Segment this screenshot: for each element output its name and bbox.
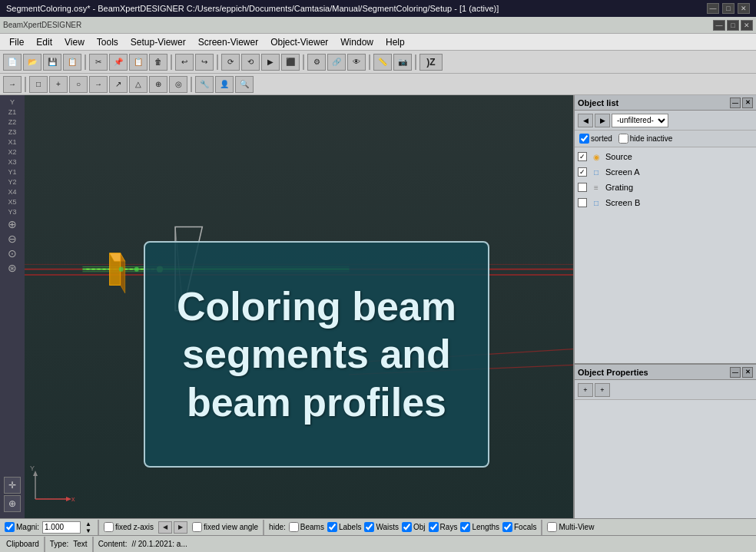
panel-min-btn[interactable]: —	[730, 98, 741, 108]
lengths-checkbox[interactable]	[460, 522, 470, 532]
menu-view[interactable]: View	[58, 35, 91, 49]
new-button[interactable]: 📄	[3, 54, 22, 71]
view-btn2[interactable]: ▶	[174, 521, 187, 534]
open-button[interactable]: 📂	[23, 54, 41, 71]
cut-button[interactable]: ✂	[89, 54, 108, 71]
sorted-checkbox-item[interactable]: sorted	[579, 134, 612, 144]
nav-arrows-icon[interactable]: ⊕	[4, 495, 21, 512]
settings-button[interactable]: ⚙	[307, 54, 326, 71]
minimize-button[interactable]: —	[707, 3, 719, 14]
zoom-in-icon[interactable]: ⊕	[8, 218, 17, 230]
fixed-view-checkbox[interactable]	[192, 522, 202, 532]
obj-props-add-btn[interactable]: +	[578, 383, 593, 397]
magni-down-btn[interactable]: ▼	[85, 527, 91, 534]
save-alt-button[interactable]: 📋	[63, 54, 81, 71]
zoom-reset-icon[interactable]: ⊛	[8, 262, 17, 274]
menu-window[interactable]: Window	[334, 35, 380, 49]
fixed-z-checkbox-item[interactable]: fixed z-axis	[104, 522, 154, 532]
search-button[interactable]: 🔍	[235, 76, 254, 93]
waists-checkbox[interactable]	[364, 522, 374, 532]
rotate2-button[interactable]: ⟲	[241, 54, 260, 71]
rotate-button[interactable]: ⟳	[221, 54, 240, 71]
menu-screen-viewer[interactable]: Screen-Viewer	[192, 35, 264, 49]
person-button[interactable]: 👤	[215, 76, 234, 93]
obj-item-screen-b[interactable]: □ Screen B	[575, 195, 756, 210]
canvas-area[interactable]: x Y Coloring beam segments and beam prof…	[25, 95, 573, 518]
copy-button[interactable]: 📌	[109, 54, 128, 71]
play-button[interactable]: ▶	[261, 54, 280, 71]
multiview-checkbox-item[interactable]: Multi-View	[547, 522, 594, 532]
obj-props-close-btn[interactable]: ✕	[742, 367, 753, 378]
obj-forward-btn[interactable]: ▶	[595, 114, 610, 127]
wrench-button[interactable]: 🔧	[195, 76, 214, 93]
labels-checkbox-item[interactable]: Labels	[327, 522, 361, 532]
beams-checkbox-item[interactable]: Beams	[289, 522, 324, 532]
fixed-view-checkbox-item[interactable]: fixed view angle	[192, 522, 258, 532]
eye-button[interactable]: 👁	[347, 54, 366, 71]
panel-close-btn[interactable]: ✕	[742, 98, 753, 108]
rays-checkbox[interactable]	[429, 522, 439, 532]
mdi-maximize[interactable]: □	[727, 20, 739, 31]
rays-checkbox-item[interactable]: Rays	[429, 522, 458, 532]
mdi-close[interactable]: ✕	[741, 20, 753, 31]
arrow-button[interactable]: →	[3, 76, 22, 93]
sorted-checkbox[interactable]	[579, 134, 589, 144]
redo-button[interactable]: ↪	[195, 54, 214, 71]
obj-item-screen-a[interactable]: ✓ □ Screen A	[575, 164, 756, 180]
obj-back-btn[interactable]: ◀	[578, 114, 593, 127]
menu-tools[interactable]: Tools	[91, 35, 124, 49]
chain-button[interactable]: 🔗	[327, 54, 346, 71]
view-btn1[interactable]: ◀	[158, 521, 172, 534]
obj-item-source[interactable]: ✓ ◉ Source	[575, 149, 756, 164]
menu-setup-viewer[interactable]: Setup-Viewer	[124, 35, 192, 49]
target-button[interactable]: ◎	[169, 76, 187, 93]
paste-button[interactable]: 📋	[129, 54, 148, 71]
focals-checkbox-item[interactable]: Focals	[502, 522, 536, 532]
lengths-checkbox-item[interactable]: Lengths	[460, 522, 499, 532]
magni-checkbox-item[interactable]: Magni:	[5, 522, 39, 532]
grating-checkbox[interactable]	[578, 183, 587, 192]
zoom-out-icon[interactable]: ⊖	[8, 233, 17, 245]
menu-object-viewer[interactable]: Object-Viewer	[264, 35, 334, 49]
zoom-fit-icon[interactable]: ⊙	[8, 247, 17, 259]
waists-checkbox-item[interactable]: Waists	[364, 522, 399, 532]
maximize-button[interactable]: □	[722, 3, 734, 14]
undo-button[interactable]: ↩	[175, 54, 194, 71]
obj-props-min-btn[interactable]: —	[730, 367, 741, 378]
diagonal-button[interactable]: ↗	[109, 76, 128, 93]
close-button[interactable]: ✕	[738, 3, 750, 14]
camera-button[interactable]: 📷	[393, 54, 412, 71]
magni-checkbox[interactable]	[5, 522, 15, 532]
obj-checkbox-item[interactable]: Obj	[402, 522, 426, 532]
zoom-button[interactable]: )Z	[419, 54, 443, 71]
obj-item-grating[interactable]: ≡ Grating	[575, 180, 756, 195]
nav-cross-icon[interactable]: ✛	[4, 477, 21, 494]
plus-button[interactable]: ⊕	[149, 76, 167, 93]
beams-checkbox[interactable]	[289, 522, 299, 532]
snap-button[interactable]: +	[49, 76, 68, 93]
ruler-button[interactable]: 📏	[373, 54, 392, 71]
screen-a-checkbox[interactable]: ✓	[578, 167, 587, 177]
triangle-button[interactable]: △	[129, 76, 148, 93]
save-button[interactable]: 💾	[43, 54, 61, 71]
hide-inactive-checkbox-item[interactable]: hide inactive	[618, 134, 673, 144]
source-checkbox[interactable]: ✓	[578, 152, 587, 161]
delete-button[interactable]: 🗑	[149, 54, 167, 71]
menu-help[interactable]: Help	[380, 35, 411, 49]
magni-input[interactable]	[42, 521, 81, 534]
obj-checkbox[interactable]	[402, 522, 412, 532]
menu-edit[interactable]: Edit	[30, 35, 58, 49]
labels-checkbox[interactable]	[327, 522, 337, 532]
screen-b-checkbox[interactable]	[578, 198, 587, 207]
circle-button[interactable]: ○	[69, 76, 88, 93]
fixed-z-checkbox[interactable]	[104, 522, 114, 532]
stop-button[interactable]: ⬛	[281, 54, 300, 71]
right-arrow-button[interactable]: →	[89, 76, 108, 93]
mdi-minimize[interactable]: —	[713, 20, 725, 31]
filter-select[interactable]: -unfiltered-	[612, 114, 668, 127]
obj-props-add2-btn[interactable]: +	[595, 383, 610, 397]
focals-checkbox[interactable]	[502, 522, 512, 532]
menu-file[interactable]: File	[3, 35, 30, 49]
select-button[interactable]: □	[29, 76, 48, 93]
magni-up-btn[interactable]: ▲	[85, 521, 91, 527]
